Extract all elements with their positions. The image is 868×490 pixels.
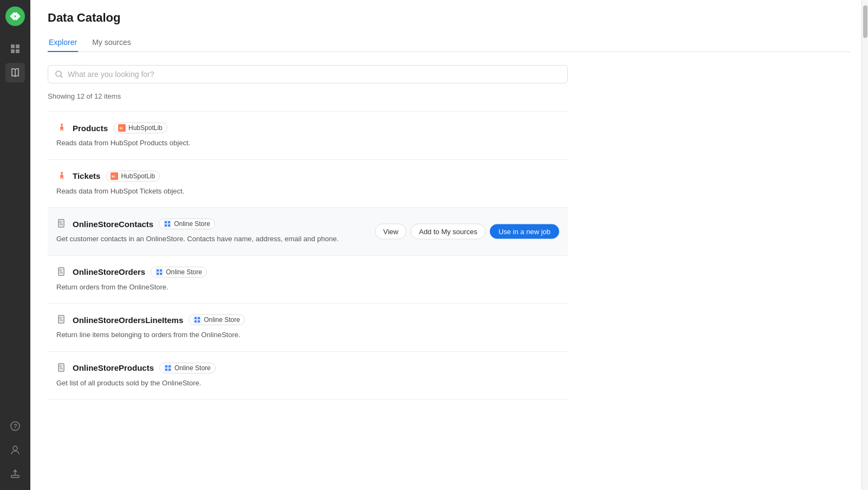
svg-rect-56 [60, 365, 61, 367]
svg-rect-32 [168, 221, 170, 223]
svg-rect-9 [11, 475, 19, 478]
hubspotlib-badge-icon-products: H [118, 124, 126, 132]
svg-rect-26 [60, 221, 61, 223]
doc-icon-onlinestoreproducts [56, 363, 67, 373]
svg-rect-42 [160, 269, 162, 272]
view-button[interactable]: View [375, 223, 406, 239]
item-header-tickets: Tickets H HubSpotLib [56, 171, 559, 182]
svg-rect-54 [198, 320, 200, 323]
svg-point-19 [61, 172, 63, 174]
item-badge-onlinestoreorders: Online Store [151, 267, 207, 278]
search-input[interactable] [68, 70, 561, 79]
svg-rect-36 [60, 269, 61, 271]
tabs: Explorer My sources [48, 34, 851, 52]
hubspot-icon-tickets [56, 171, 67, 182]
sidebar-bottom: ? [5, 416, 25, 483]
sidebar-item-user[interactable] [5, 440, 25, 460]
onlinestore-badge-icon-orders [156, 268, 163, 276]
svg-rect-62 [169, 365, 171, 368]
tab-my-sources[interactable]: My sources [91, 34, 132, 52]
app-logo[interactable] [5, 7, 25, 26]
svg-rect-53 [195, 320, 197, 323]
showing-text: Showing 12 of 12 items [48, 92, 851, 100]
item-name-products: Products [73, 124, 108, 133]
svg-text:?: ? [14, 423, 17, 429]
svg-rect-1 [11, 44, 15, 48]
svg-rect-44 [160, 273, 162, 275]
add-to-my-sources-button[interactable]: Add to My sources [411, 223, 485, 239]
svg-point-8 [13, 446, 17, 450]
svg-rect-31 [165, 221, 167, 223]
svg-line-22 [62, 177, 63, 179]
item-desc-onlinestoreorderslineitems: Return line items belonging to orders fr… [56, 330, 559, 340]
use-in-new-job-button[interactable]: Use in a new job [490, 224, 559, 238]
search-icon [55, 70, 63, 79]
catalog-list: Products H HubSpotLib Reads data from Hu… [48, 111, 568, 399]
doc-icon-onlinestorecontacts [56, 218, 67, 229]
onlinestore-badge-icon-products [164, 364, 172, 372]
hubspot-icon-products [56, 122, 67, 133]
item-badge-label-onlinestoreorders: Online Store [166, 268, 202, 276]
sidebar-item-catalog[interactable] [5, 63, 25, 82]
svg-rect-63 [165, 369, 167, 371]
item-header-products: Products H HubSpotLib [56, 122, 559, 133]
catalog-item-tickets: Tickets H HubSpotLib Reads data from Hub… [48, 160, 568, 208]
item-badge-label-onlinestoreproducts: Online Store [174, 364, 211, 372]
svg-rect-52 [198, 317, 200, 319]
svg-rect-34 [168, 224, 170, 227]
item-name-onlinestoreproducts: OnlineStoreProducts [73, 363, 154, 372]
svg-rect-60 [164, 364, 172, 372]
svg-rect-43 [157, 273, 159, 275]
search-container [48, 65, 568, 83]
sidebar: ? [0, 0, 30, 490]
item-name-tickets: Tickets [73, 171, 100, 180]
svg-rect-25 [59, 220, 64, 227]
item-name-onlinestorecontacts: OnlineStoreContacts [73, 220, 153, 229]
item-desc-tickets: Reads data from HubSpot Tickets object. [56, 186, 559, 197]
catalog-item-onlinestorecontacts: OnlineStoreContacts Online Store Get [48, 208, 568, 256]
svg-rect-61 [165, 365, 167, 368]
catalog-item-onlinestoreorders: OnlineStoreOrders Online Store Retur [48, 256, 568, 304]
item-desc-onlinestoreorders: Return orders from the OnlineStore. [56, 282, 559, 293]
item-name-onlinestoreorderslineitems: OnlineStoreOrdersLineItems [73, 315, 183, 325]
svg-rect-45 [59, 315, 64, 323]
svg-text:H: H [120, 126, 122, 130]
svg-rect-41 [157, 269, 159, 272]
doc-icon-onlinestoreorders [56, 267, 67, 278]
doc-icon-onlinestoreorderslineitems [56, 314, 67, 325]
catalog-item-products: Products H HubSpotLib Reads data from Hu… [48, 111, 568, 160]
scroll-thumb[interactable] [863, 5, 867, 38]
item-badge-label-tickets: HubSpotLib [121, 172, 155, 180]
svg-rect-64 [169, 369, 171, 371]
item-header-onlinestoreorders: OnlineStoreOrders Online Store [56, 267, 559, 278]
item-badge-label-onlinestorecontacts: Online Store [174, 220, 210, 228]
item-badge-onlinestoreorderslineitems: Online Store [189, 314, 245, 325]
scrollbar[interactable] [861, 0, 868, 490]
sidebar-item-export[interactable] [5, 464, 25, 483]
sidebar-item-grid[interactable] [5, 39, 25, 59]
item-badge-label-onlinestoreorderslineitems: Online Store [204, 316, 240, 324]
onlinestore-badge-icon-lineitems [193, 316, 201, 324]
svg-rect-2 [16, 44, 20, 48]
svg-rect-40 [156, 268, 163, 276]
svg-rect-46 [60, 317, 61, 319]
item-header-onlinestoreproducts: OnlineStoreProducts Online Store [56, 363, 559, 373]
catalog-item-onlinestoreproducts: OnlineStoreProducts Online Store Get [48, 352, 568, 400]
svg-rect-35 [59, 268, 64, 275]
svg-rect-51 [195, 317, 197, 319]
item-header-onlinestoreorderslineitems: OnlineStoreOrdersLineItems Online Store [56, 314, 559, 325]
hubspotlib-badge-icon-tickets: H [111, 172, 118, 180]
item-desc-onlinestoreproducts: Get list of all products sold by the Onl… [56, 378, 559, 389]
page-title: Data Catalog [48, 11, 851, 25]
sidebar-item-help[interactable]: ? [5, 416, 25, 436]
svg-rect-4 [16, 49, 20, 53]
item-name-onlinestoreorders: OnlineStoreOrders [73, 267, 145, 276]
item-badge-products: H HubSpotLib [113, 122, 167, 133]
tab-explorer[interactable]: Explorer [48, 34, 78, 52]
svg-rect-55 [59, 364, 64, 371]
main-content: Data Catalog Explorer My sources Showing… [30, 0, 868, 490]
item-actions-onlinestorecontacts: View Add to My sources Use in a new job [375, 223, 559, 239]
svg-rect-3 [11, 49, 15, 53]
item-badge-label-products: HubSpotLib [128, 124, 163, 132]
onlinestore-badge-icon-contacts [164, 220, 171, 228]
